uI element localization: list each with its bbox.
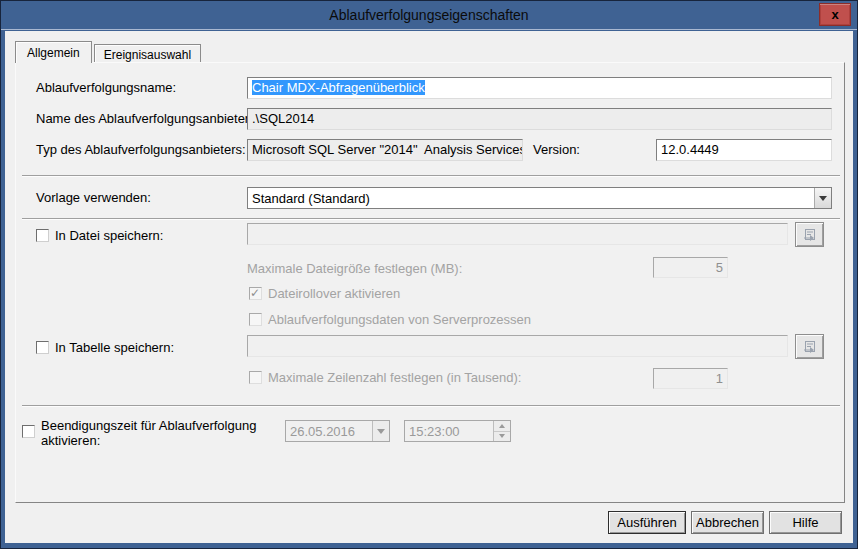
stop-date-value: 26.05.2016 xyxy=(286,424,372,439)
stop-time-checkbox-row[interactable]: Beendigungszeit für Ablaufverfolgung akt… xyxy=(22,418,256,448)
provider-type-label: Typ des Ablaufverfolgungsanbieters: xyxy=(36,142,246,157)
help-button-label: Hilfe xyxy=(792,515,818,530)
tab-ereignisauswahl-label: Ereignisauswahl xyxy=(104,48,191,62)
max-rows-field: 1 xyxy=(653,368,728,389)
server-processes-checkbox-row: Ablaufverfolgungsdaten von Serverprozess… xyxy=(249,312,531,327)
max-file-size-label: Maximale Dateigröße festlegen (MB): xyxy=(247,261,462,276)
save-to-table-input xyxy=(247,335,788,357)
version-field: 12.0.4449 xyxy=(656,139,832,161)
tab-strip: Allgemein Ereignisauswahl xyxy=(15,41,201,63)
save-to-file-label: In Datei speichern: xyxy=(55,228,163,243)
server-processes-checkbox xyxy=(249,313,262,326)
save-to-table-checkbox[interactable] xyxy=(36,341,49,354)
tab-allgemein-label: Allgemein xyxy=(27,46,80,60)
stop-time-label-line1: Beendigungszeit für Ablaufverfolgung xyxy=(41,418,256,433)
time-spinner xyxy=(493,421,510,441)
spinner-down-button xyxy=(494,432,510,442)
max-rows-checkbox-row: Maximale Zeilenzahl festlegen (in Tausen… xyxy=(249,370,521,385)
cancel-button[interactable]: Abbrechen xyxy=(691,511,764,534)
template-combobox[interactable]: Standard (Standard) xyxy=(247,187,832,209)
dialog-body: Allgemein Ereignisauswahl Ablaufverfolgu… xyxy=(5,31,853,543)
chevron-down-icon xyxy=(377,429,385,434)
selected-text: Chair MDX-Abfragenüberblick xyxy=(252,80,425,95)
help-button[interactable]: Hilfe xyxy=(769,511,842,534)
save-to-table-label: In Tabelle speichern: xyxy=(55,340,174,355)
separator xyxy=(22,175,840,177)
browse-table-icon xyxy=(803,340,817,353)
stop-time-label: Beendigungszeit für Ablaufverfolgung akt… xyxy=(41,418,256,448)
save-to-file-checkbox[interactable] xyxy=(36,229,49,242)
separator xyxy=(22,218,840,220)
trace-name-label: Ablaufverfolgungsname: xyxy=(36,80,176,95)
chevron-down-icon xyxy=(499,434,505,438)
stop-time-spinner-field: 15:23:00 xyxy=(404,420,511,442)
template-label: Vorlage verwenden: xyxy=(36,190,151,205)
stop-time-value: 15:23:00 xyxy=(405,424,493,439)
server-processes-label: Ablaufverfolgungsdaten von Serverprozess… xyxy=(268,312,531,327)
close-icon: x xyxy=(831,8,838,21)
browse-file-button[interactable] xyxy=(795,222,824,247)
chevron-up-icon xyxy=(499,424,505,428)
max-rows-label: Maximale Zeilenzahl festlegen (in Tausen… xyxy=(268,370,521,385)
tab-page-general: Ablaufverfolgungsname: Chair MDX-Abfrage… xyxy=(15,62,845,503)
provider-type-field: Microsoft SQL Server "2014" Analysis Ser… xyxy=(247,139,523,161)
template-value: Standard (Standard) xyxy=(248,191,814,206)
chevron-down-icon xyxy=(819,196,827,201)
date-dropdown-button xyxy=(372,421,389,441)
tab-allgemein[interactable]: Allgemein xyxy=(15,41,92,63)
run-button-label: Ausführen xyxy=(617,515,676,530)
save-to-table-checkbox-row[interactable]: In Tabelle speichern: xyxy=(36,340,174,355)
stop-time-checkbox[interactable] xyxy=(22,425,35,438)
stop-date-picker: 26.05.2016 xyxy=(285,420,390,442)
separator xyxy=(22,405,840,407)
cancel-button-label: Abbrechen xyxy=(696,515,759,530)
file-rollover-checkbox xyxy=(249,287,262,300)
save-to-file-input xyxy=(247,223,788,245)
trace-properties-dialog: Ablaufverfolgungseigenschaften x Allgeme… xyxy=(0,0,858,549)
run-button[interactable]: Ausführen xyxy=(608,511,686,534)
provider-name-label: Name des Ablaufverfolgungsanbieters: xyxy=(36,111,259,126)
provider-name-field: .\SQL2014 xyxy=(247,108,832,130)
version-label: Version: xyxy=(533,142,580,157)
save-to-file-checkbox-row[interactable]: In Datei speichern: xyxy=(36,228,163,243)
tab-ereignisauswahl[interactable]: Ereignisauswahl xyxy=(94,44,201,62)
max-rows-checkbox xyxy=(249,371,262,384)
combo-dropdown-button[interactable] xyxy=(814,188,831,208)
stop-time-label-line2: aktivieren: xyxy=(41,433,256,448)
close-button[interactable]: x xyxy=(819,3,851,26)
browse-table-button[interactable] xyxy=(795,334,824,359)
trace-name-input[interactable]: Chair MDX-Abfragenüberblick xyxy=(247,77,832,99)
spinner-up-button xyxy=(494,421,510,432)
file-rollover-checkbox-row: Dateirollover aktivieren xyxy=(249,286,400,301)
browse-file-icon xyxy=(803,228,817,241)
file-rollover-label: Dateirollover aktivieren xyxy=(268,286,400,301)
titlebar[interactable]: Ablaufverfolgungseigenschaften x xyxy=(1,1,857,30)
max-file-size-field: 5 xyxy=(653,257,728,278)
dialog-title: Ablaufverfolgungseigenschaften xyxy=(329,7,528,23)
